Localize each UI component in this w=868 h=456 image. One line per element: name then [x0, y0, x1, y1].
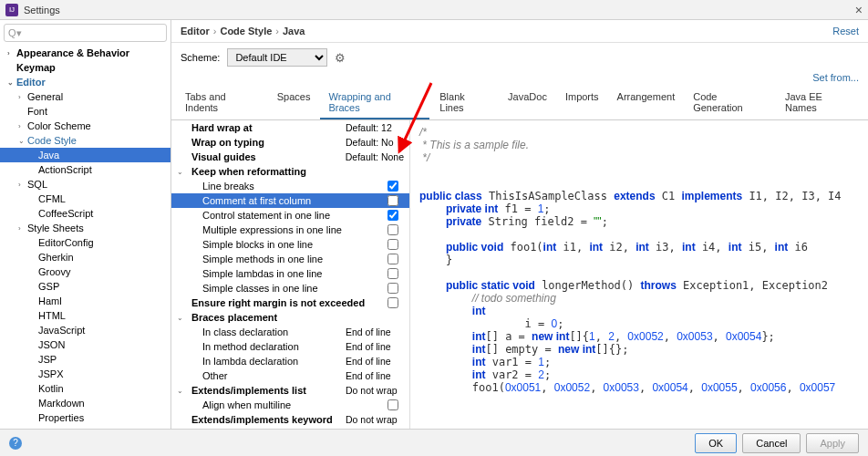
- sidebar-item-label: Color Scheme: [27, 120, 91, 131]
- settings-tree: ›Appearance & BehaviorKeymap⌄Editor›Gene…: [0, 46, 170, 429]
- option-checkbox[interactable]: [388, 283, 398, 294]
- sidebar-item-gsp[interactable]: GSP: [0, 279, 170, 294]
- sidebar-item-markdown[interactable]: Markdown: [0, 396, 170, 410]
- sidebar-item-label: Haml: [38, 295, 62, 306]
- tab-code-generation[interactable]: Code Generation: [685, 87, 775, 119]
- option-value: Do not wrap: [342, 385, 404, 396]
- option-label: Extends/implements list: [186, 385, 342, 396]
- option-label: Line breaks: [186, 181, 388, 192]
- sidebar-item-general[interactable]: ›General: [0, 89, 170, 104]
- tab-javadoc[interactable]: JavaDoc: [500, 87, 555, 119]
- option-comment-at-first-column[interactable]: Comment at first column: [171, 193, 409, 208]
- sidebar-item-javascript[interactable]: JavaScript: [0, 323, 170, 337]
- help-icon[interactable]: ?: [9, 437, 22, 450]
- sidebar-item-label: Kotlin: [38, 383, 64, 394]
- sidebar-item-json[interactable]: JSON: [0, 337, 170, 352]
- gear-icon[interactable]: ⚙: [335, 51, 346, 65]
- option-checkbox[interactable]: [388, 224, 398, 235]
- reset-link[interactable]: Reset: [832, 26, 859, 36]
- sidebar-item-groovy[interactable]: Groovy: [0, 264, 170, 279]
- sidebar-item-cfml[interactable]: CFML: [0, 192, 170, 206]
- option-checkbox[interactable]: [388, 297, 398, 308]
- sidebar-item-java[interactable]: Java: [0, 148, 170, 162]
- option-label: Simple methods in one line: [186, 254, 388, 264]
- option-hard-wrap-at[interactable]: Hard wrap atDefault: 12: [171, 120, 409, 135]
- scheme-select[interactable]: Default IDE: [227, 48, 327, 67]
- option-simple-classes-in-one-line[interactable]: Simple classes in one line: [171, 281, 409, 295]
- sidebar-item-label: CoffeeScript: [38, 208, 93, 219]
- sidebar-item-color-scheme[interactable]: ›Color Scheme: [0, 119, 170, 133]
- tab-tabs-and-indents[interactable]: Tabs and Indents: [177, 87, 267, 119]
- search-box[interactable]: Q▾: [4, 24, 167, 42]
- sidebar-item-jspx[interactable]: JSPX: [0, 367, 170, 381]
- option-extends-implements-keyword[interactable]: Extends/implements keywordDo not wrap: [171, 412, 409, 427]
- option-label: Control statement in one line: [186, 210, 388, 221]
- option-checkbox[interactable]: [388, 181, 398, 192]
- option-extends-implements-list[interactable]: ⌄Extends/implements listDo not wrap: [171, 383, 409, 398]
- option-multiple-expressions-in-one-line[interactable]: Multiple expressions in one line: [171, 223, 409, 237]
- option-checkbox[interactable]: [388, 210, 398, 221]
- option-label: Comment at first column: [186, 195, 388, 206]
- titlebar: IJ Settings ×: [0, 0, 868, 20]
- tabs: Tabs and IndentsSpacesWrapping and Brace…: [171, 87, 868, 120]
- search-input[interactable]: [26, 27, 162, 38]
- set-from-link[interactable]: Set from...: [171, 72, 868, 87]
- scheme-label: Scheme:: [181, 52, 220, 63]
- close-icon[interactable]: ×: [855, 3, 863, 17]
- tab-java-ee-names[interactable]: Java EE Names: [777, 87, 863, 119]
- sidebar-item-keymap[interactable]: Keymap: [0, 60, 170, 75]
- sidebar-item-style-sheets[interactable]: ›Style Sheets: [0, 221, 170, 235]
- sidebar-item-haml[interactable]: Haml: [0, 294, 170, 308]
- sidebar-item-appearance-behavior[interactable]: ›Appearance & Behavior: [0, 46, 170, 60]
- sidebar-item-editor[interactable]: ⌄Editor: [0, 75, 170, 89]
- cancel-button[interactable]: Cancel: [742, 433, 801, 453]
- option-value: Do not wrap: [342, 414, 404, 425]
- apply-button[interactable]: Apply: [806, 433, 859, 453]
- option-align-when-multiline[interactable]: Align when multiline: [171, 398, 409, 412]
- option-simple-lambdas-in-one-line[interactable]: Simple lambdas in one line: [171, 266, 409, 281]
- sidebar-item-html[interactable]: HTML: [0, 308, 170, 323]
- tree-arrow-icon: ›: [18, 181, 27, 189]
- sidebar-item-properties[interactable]: Properties: [0, 410, 170, 425]
- option-label: Extends/implements keyword: [186, 414, 342, 425]
- sidebar-item-gherkin[interactable]: Gherkin: [0, 250, 170, 264]
- tab-spaces[interactable]: Spaces: [269, 87, 319, 119]
- sidebar-item-label: JSPX: [38, 368, 64, 379]
- tab-wrapping-and-braces[interactable]: Wrapping and Braces: [320, 87, 429, 119]
- sidebar-item-jsp[interactable]: JSP: [0, 352, 170, 367]
- option-label: In method declaration: [186, 341, 342, 352]
- sidebar-item-sql[interactable]: ›SQL: [0, 177, 170, 192]
- sidebar-item-font[interactable]: Font: [0, 104, 170, 119]
- option-checkbox[interactable]: [388, 268, 398, 279]
- sidebar-item-editorconfig[interactable]: EditorConfig: [0, 235, 170, 250]
- tab-blank-lines[interactable]: Blank Lines: [431, 87, 498, 119]
- option-checkbox[interactable]: [388, 254, 398, 264]
- tab-imports[interactable]: Imports: [557, 87, 607, 119]
- option-simple-blocks-in-one-line[interactable]: Simple blocks in one line: [171, 237, 409, 252]
- sidebar-item-label: JSP: [38, 354, 57, 365]
- sidebar-item-kotlin[interactable]: Kotlin: [0, 381, 170, 396]
- option-label: Multiple expressions in one line: [186, 224, 388, 235]
- option-simple-methods-in-one-line[interactable]: Simple methods in one line: [171, 252, 409, 266]
- ok-button[interactable]: OK: [695, 433, 737, 453]
- option-keep-when-reformatting[interactable]: ⌄Keep when reformatting: [171, 164, 409, 179]
- option-control-statement-in-one-line[interactable]: Control statement in one line: [171, 208, 409, 223]
- sidebar-item-coffeescript[interactable]: CoffeeScript: [0, 206, 170, 221]
- option-in-class-declaration[interactable]: In class declarationEnd of line: [171, 325, 409, 339]
- option-visual-guides[interactable]: Visual guidesDefault: None: [171, 150, 409, 164]
- sidebar-item-label: Properties: [38, 412, 84, 423]
- option-in-method-declaration[interactable]: In method declarationEnd of line: [171, 339, 409, 354]
- option-in-lambda-declaration[interactable]: In lambda declarationEnd of line: [171, 354, 409, 368]
- sidebar-item-code-style[interactable]: ⌄Code Style: [0, 133, 170, 148]
- option-braces-placement[interactable]: ⌄Braces placement: [171, 310, 409, 325]
- option-checkbox[interactable]: [388, 399, 398, 410]
- sidebar-item-actionscript[interactable]: ActionScript: [0, 162, 170, 177]
- option-wrap-on-typing[interactable]: Wrap on typingDefault: No: [171, 135, 409, 150]
- option-other[interactable]: OtherEnd of line: [171, 368, 409, 383]
- sidebar-item-label: Appearance & Behavior: [16, 47, 129, 58]
- option-checkbox[interactable]: [388, 239, 398, 250]
- option-ensure-right-margin-is-not-exceeded[interactable]: Ensure right margin is not exceeded: [171, 295, 409, 310]
- option-line-breaks[interactable]: Line breaks: [171, 179, 409, 193]
- tab-arrangement[interactable]: Arrangement: [609, 87, 684, 119]
- option-checkbox[interactable]: [388, 195, 398, 206]
